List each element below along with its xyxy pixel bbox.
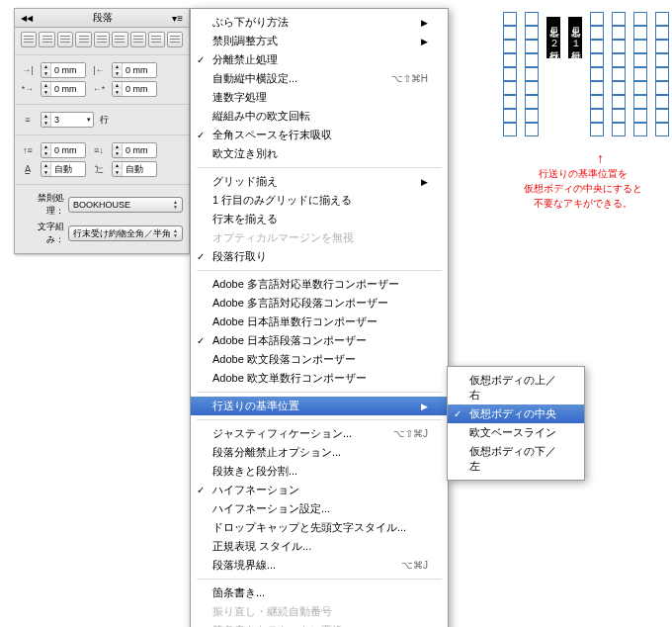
menu-item[interactable]: 箇条書き... [191, 583, 448, 602]
submenu-item[interactable]: ✓仮想ボディの中央 [448, 404, 584, 423]
dropcap-chars-icon: 辷 [92, 162, 106, 176]
panel-tab-bar: ◀◀ 段落 ▾≡ [15, 9, 189, 28]
menu-item[interactable]: 段落境界線...⌥⌘J [191, 556, 448, 575]
paragraph-panel-menu: ぶら下がり方法▶禁則調整方式▶✓分離禁止処理自動縦中横設定...⌥⇧⌘H連数字処… [190, 8, 449, 627]
menu-item[interactable]: 縦組み中の欧文回転 [191, 107, 448, 126]
space-before-icon: ↑≡ [21, 143, 35, 157]
space-after-icon: ≡↓ [92, 143, 106, 157]
panel-title: 段落 [93, 11, 113, 25]
menu-item[interactable]: Adobe 日本語単数行コンポーザー [191, 313, 448, 331]
menu-item[interactable]: Adobe 多言語対応単数行コンポーザー [191, 275, 448, 294]
dropcap-chars-field[interactable]: ▲▼自動 [112, 161, 157, 177]
first-indent-icon: *→ [21, 82, 35, 96]
menu-item[interactable]: Adobe 欧文段落コンポーザー [191, 350, 448, 369]
indent-left-field[interactable]: ▲▼0 mm [41, 62, 86, 78]
menu-item[interactable]: 連数字処理 [191, 88, 448, 107]
align-full-button[interactable] [130, 32, 146, 47]
space-after-field[interactable]: ▲▼0 mm [112, 142, 157, 158]
menu-item[interactable]: 正規表現 スタイル... [191, 537, 448, 556]
submenu-item[interactable]: 仮想ボディの下／左 [448, 442, 584, 476]
menu-item[interactable]: ドロップキャップと先頭文字スタイル... [191, 518, 448, 537]
align-justify-r-button[interactable] [112, 32, 127, 47]
menu-item[interactable]: Adobe 多言語対応段落コンポーザー [191, 294, 448, 313]
menu-item[interactable]: ハイフネーション設定... [191, 499, 448, 518]
align-row-1 [21, 32, 183, 47]
kinsoku-select[interactable]: BOOKHOUSE▲▼ [68, 197, 183, 213]
first-indent-field[interactable]: ▲▼0 mm [41, 81, 86, 97]
last-indent-field[interactable]: ▲▼0 mm [112, 81, 157, 97]
menu-item: 箇条書きをテキストに変換 [191, 621, 448, 627]
align-away-button[interactable] [148, 32, 164, 47]
align-center-button[interactable] [39, 32, 54, 47]
menu-item[interactable]: 自動縦中横設定...⌥⇧⌘H [191, 69, 448, 88]
menu-item[interactable]: ✓段落行取り [191, 247, 448, 266]
mojikumi-select[interactable]: 行末受け約物全角／半角▲▼ [68, 225, 183, 241]
submenu-item[interactable]: 仮想ボディの上／右 [448, 371, 584, 404]
align-left-button[interactable] [21, 32, 37, 47]
indent-right-field[interactable]: ▲▼0 mm [112, 62, 157, 78]
menu-item[interactable]: Adobe 欧文単数行コンポーザー [191, 369, 448, 388]
caption-text: 行送りの基準位置を仮想ボディの中央にすると不要なアキができる。 [524, 166, 642, 211]
text-frame-sample: 見出し２行目② 見出し１行目① [500, 12, 672, 136]
submenu-arrow-icon: ▶ [421, 37, 428, 46]
menu-item[interactable]: ぶら下がり方法▶ [191, 13, 448, 32]
menu-item[interactable]: 段落分離禁止オプション... [191, 443, 448, 462]
gyodori-icon: ≡ [21, 113, 35, 127]
menu-item[interactable]: ✓分離禁止処理 [191, 50, 448, 69]
dropcap-icon: A̲ [21, 162, 35, 176]
dropcap-lines-field[interactable]: ▲▼自動 [41, 161, 86, 177]
menu-item[interactable]: ✓Adobe 日本語段落コンポーザー [191, 331, 448, 350]
last-indent-icon: ←* [92, 82, 106, 96]
align-justify-l-button[interactable] [75, 32, 91, 47]
submenu-arrow-icon: ▶ [421, 177, 428, 187]
align-toward-button[interactable] [167, 32, 183, 47]
submenu-item[interactable]: 欧文ベースライン [448, 423, 584, 442]
panel-menu-icon[interactable]: ▾≡ [172, 13, 183, 24]
heading-line-2: 見出し２行目② [546, 17, 560, 58]
menu-item[interactable]: 欧文泣き別れ [191, 144, 448, 163]
submenu-arrow-icon: ▶ [421, 18, 428, 28]
menu-item: 振り直し・継続自動番号 [191, 602, 448, 621]
mojikumi-label: 文字組み： [21, 221, 64, 246]
leading-basis-submenu: 仮想ボディの上／右✓仮想ボディの中央欧文ベースライン仮想ボディの下／左 [447, 366, 585, 481]
kinsoku-label: 禁則処理： [21, 192, 64, 218]
space-before-field[interactable]: ▲▼0 mm [41, 142, 86, 158]
menu-item: オプティカルマージンを無視 [191, 228, 448, 247]
menu-item[interactable]: ✓ハイフネーション [191, 481, 448, 499]
menu-item[interactable]: ジャスティフィケーション...⌥⇧⌘J [191, 424, 448, 443]
align-justify-c-button[interactable] [94, 32, 110, 47]
menu-item[interactable]: 段抜きと段分割... [191, 462, 448, 481]
indent-left-icon: →| [21, 63, 35, 77]
menu-item[interactable]: 1 行目のみグリッドに揃える [191, 191, 448, 210]
indent-right-icon: |← [92, 63, 106, 77]
menu-item[interactable]: 行送りの基準位置▶ [191, 397, 448, 415]
caption-arrow-icon: ↑ [597, 150, 604, 166]
heading-line-1: 見出し１行目① [568, 17, 582, 58]
close-icon[interactable]: ◀◀ [21, 14, 33, 23]
align-right-button[interactable] [57, 32, 73, 47]
menu-item[interactable]: ✓全角スペースを行末吸収 [191, 126, 448, 144]
paragraph-panel: ◀◀ 段落 ▾≡ →| ▲▼0 mm |← ▲▼0 mm *→ ▲▼0 mm ←… [14, 8, 190, 254]
submenu-arrow-icon: ▶ [421, 402, 428, 411]
menu-item[interactable]: 禁則調整方式▶ [191, 32, 448, 50]
menu-item[interactable]: 行末を揃える [191, 210, 448, 228]
gyodori-unit: 行 [100, 114, 109, 127]
menu-item[interactable]: グリッド揃え▶ [191, 172, 448, 191]
gyodori-field[interactable]: ▲▼3▾ [41, 112, 94, 128]
